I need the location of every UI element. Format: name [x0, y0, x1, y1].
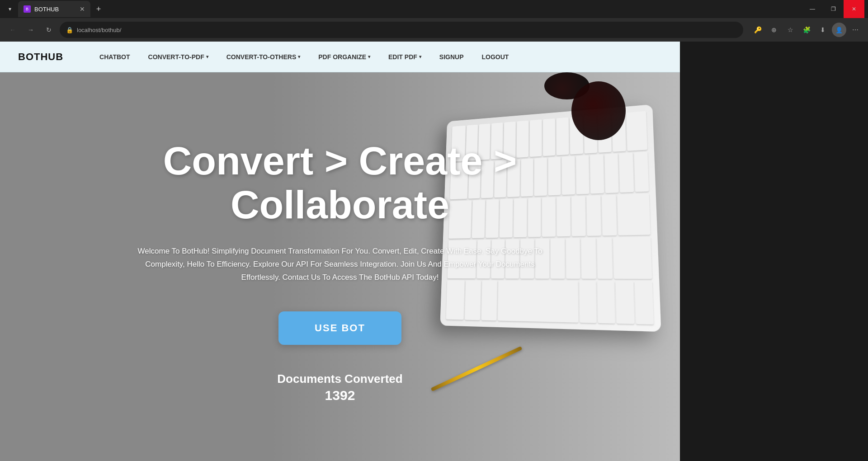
tab-favicon: B: [24, 5, 31, 13]
bookmark-icon[interactable]: ☆: [783, 23, 797, 37]
lock-icon: 🔒: [66, 27, 73, 33]
tab-close-btn[interactable]: ✕: [80, 5, 85, 13]
minimize-btn[interactable]: —: [802, 0, 823, 18]
stats-label: Documents Converted: [277, 372, 402, 386]
forward-btn[interactable]: →: [24, 23, 38, 37]
stats-section: Documents Converted 1392: [277, 372, 402, 403]
stats-value: 1392: [277, 388, 402, 403]
nav-item-edit-pdf[interactable]: EDIT PDF ▾: [379, 53, 430, 61]
nav-item-convert-others[interactable]: CONVERT-TO-OTHERS ▾: [217, 53, 310, 61]
chevron-down-icon: ▾: [206, 54, 208, 59]
settings-icon[interactable]: ⋯: [848, 23, 863, 37]
window-controls: — ❐ ✕: [802, 0, 864, 18]
password-icon[interactable]: 🔑: [750, 23, 765, 37]
extensions-icon[interactable]: 🧩: [799, 23, 814, 37]
tab-dropdown-btn[interactable]: ▾: [4, 3, 16, 15]
hero-content: Convert > Create > Collaborate Welcome T…: [91, 139, 589, 344]
new-tab-btn[interactable]: +: [92, 3, 105, 15]
active-tab[interactable]: B BOTHUB ✕: [18, 1, 90, 17]
hero-section: Convert > Create > Collaborate Welcome T…: [0, 72, 680, 461]
nav-item-logout[interactable]: LOGOUT: [473, 53, 518, 61]
download-icon[interactable]: ⬇: [816, 23, 830, 37]
chevron-down-icon: ▾: [368, 54, 370, 59]
nav-menu: CHATBOT CONVERT-TO-PDF ▾ CONVERT-TO-OTHE…: [90, 53, 518, 61]
restore-btn[interactable]: ❐: [823, 0, 844, 18]
refresh-btn[interactable]: ↻: [42, 23, 56, 37]
navbar: BOTHUB CHATBOT CONVERT-TO-PDF ▾ CONVERT-…: [0, 42, 680, 72]
close-btn[interactable]: ✕: [844, 0, 864, 18]
cherry-decoration-2: [571, 81, 626, 140]
url-text: localhost/bothub/: [77, 27, 121, 33]
use-bot-button[interactable]: USE BOT: [278, 311, 401, 345]
hero-subtitle: Welcome To BotHub! Simplifying Document …: [137, 245, 543, 284]
nav-item-chatbot[interactable]: CHATBOT: [90, 53, 139, 61]
url-bar[interactable]: 🔒 localhost/bothub/: [60, 22, 743, 38]
chevron-down-icon: ▾: [298, 54, 300, 59]
translate-icon[interactable]: ⊕: [767, 23, 781, 37]
brand-logo[interactable]: BOTHUB: [18, 51, 63, 63]
profile-icon[interactable]: 👤: [832, 23, 846, 37]
address-bar: ← → ↻ 🔒 localhost/bothub/ 🔑 ⊕ ☆ 🧩 ⬇ 👤 ⋯: [0, 18, 868, 42]
nav-item-convert-pdf[interactable]: CONVERT-TO-PDF ▾: [139, 53, 217, 61]
nav-item-pdf-organize[interactable]: PDF ORGANIZE ▾: [309, 53, 379, 61]
back-btn[interactable]: ←: [5, 23, 20, 37]
nav-item-signup[interactable]: SIGNUP: [430, 53, 473, 61]
hero-title: Convert > Create > Collaborate: [91, 139, 589, 227]
chevron-down-icon: ▾: [419, 54, 421, 59]
tab-title: BOTHUB: [34, 6, 59, 13]
toolbar-icons: 🔑 ⊕ ☆ 🧩 ⬇ 👤 ⋯: [750, 23, 863, 37]
